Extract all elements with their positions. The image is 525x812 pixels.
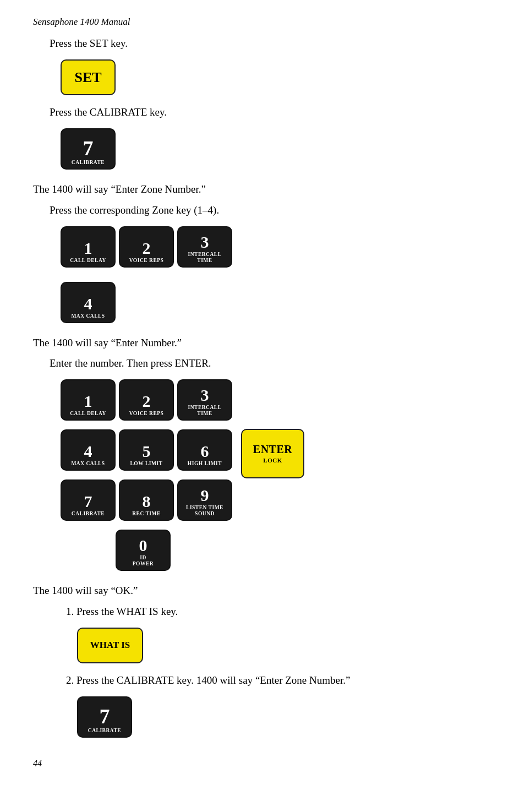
step-3-text: Press the corresponding Zone key (1–4). bbox=[50, 204, 492, 216]
calibrate-key-2: 7 CALIBRATE bbox=[77, 696, 132, 738]
numpad-key-0-num: 0 bbox=[139, 537, 147, 554]
numpad-key-0: 0 ID POWER bbox=[116, 530, 171, 571]
numpad-key-9: 9 LISTEN TIME SOUND bbox=[177, 479, 232, 521]
substep-2-text: 2. Press the CALIBRATE key. 1400 will sa… bbox=[66, 674, 492, 686]
numpad-key-8-num: 8 bbox=[143, 493, 151, 510]
numpad-key-9-num: 9 bbox=[201, 487, 209, 504]
step-2-text: Press the CALIBRATE key. bbox=[50, 106, 492, 118]
key-1-label: CALL DELAY bbox=[70, 258, 106, 264]
numpad-key-4-num: 4 bbox=[84, 443, 92, 460]
numpad-key-2-label: VOICE REPS bbox=[129, 411, 164, 417]
lock-label: LOCK bbox=[263, 457, 282, 464]
numpad-key-3-num: 3 bbox=[201, 387, 209, 404]
numpad-key-6-num: 6 bbox=[201, 443, 209, 460]
set-key-group: SET bbox=[61, 55, 492, 100]
whatis-key-group: WHAT IS bbox=[77, 623, 492, 668]
calibrate-key-1: 7 CALIBRATE bbox=[61, 128, 116, 170]
numpad-key-2: 2 VOICE REPS bbox=[119, 379, 174, 421]
key-3-intercall-time: 3 INTERCALL TIME bbox=[177, 226, 232, 268]
set-key-label: SET bbox=[74, 69, 101, 86]
substep-1-text: 1. Press the WHAT IS key. bbox=[66, 606, 492, 618]
numpad-key-3: 3 INTERCALL TIME bbox=[177, 379, 232, 421]
numpad-key-8: 8 REC TIME bbox=[119, 479, 174, 521]
calibrate-num-2: 7 bbox=[100, 706, 110, 727]
numpad-key-7-num: 7 bbox=[84, 493, 92, 510]
key-1-num: 1 bbox=[84, 240, 92, 257]
key-4-max-calls: 4 MAX CALLS bbox=[61, 282, 116, 323]
numpad-key-0-label: ID POWER bbox=[133, 555, 154, 567]
numpad-key-3-label: INTERCALL TIME bbox=[181, 405, 228, 417]
numpad-row-4: 0 ID POWER bbox=[61, 525, 236, 575]
calibrate-label-2: CALIBRATE bbox=[88, 728, 121, 734]
para-1: The 1400 will say “Enter Zone Number.” bbox=[33, 182, 492, 198]
numpad-key-5: 5 LOW LIMIT bbox=[119, 429, 174, 471]
key-2-voice-reps: 2 VOICE REPS bbox=[119, 226, 174, 268]
key-4-label: MAX CALLS bbox=[71, 313, 105, 319]
para-3: The 1400 will say “OK.” bbox=[33, 583, 492, 599]
step-4-text: Enter the number. Then press ENTER. bbox=[50, 357, 492, 369]
key-2-label: VOICE REPS bbox=[129, 258, 164, 264]
whatis-key-label: WHAT IS bbox=[90, 640, 130, 651]
numpad-key-1: 1 CALL DELAY bbox=[61, 379, 116, 421]
numpad-key-5-num: 5 bbox=[143, 443, 151, 460]
key-4-num: 4 bbox=[84, 296, 92, 312]
numpad-key-2-num: 2 bbox=[143, 393, 151, 410]
numpad-key-5-label: LOW LIMIT bbox=[130, 461, 163, 467]
zone-key-group: 1 CALL DELAY 2 VOICE REPS 3 INTERCALL TI… bbox=[61, 222, 492, 272]
key-3-num: 3 bbox=[201, 234, 209, 250]
whatis-key-button: WHAT IS bbox=[77, 628, 143, 663]
page-number: 44 bbox=[33, 759, 492, 769]
numpad-key-6: 6 HIGH LIMIT bbox=[177, 429, 232, 471]
numpad-key-1-num: 1 bbox=[84, 393, 92, 410]
key-3-label: INTERCALL TIME bbox=[181, 252, 228, 264]
para-2: The 1400 will say “Enter Number.” bbox=[33, 335, 492, 351]
zone-key-group-2: 4 MAX CALLS bbox=[61, 277, 492, 328]
numpad-key-6-label: HIGH LIMIT bbox=[188, 461, 222, 467]
numpad-group: 1 CALL DELAY 2 VOICE REPS 3 INTERCALL TI… bbox=[61, 375, 236, 575]
numpad-row-2: 4 MAX CALLS 5 LOW LIMIT 6 HIGH LIMIT bbox=[61, 425, 236, 475]
set-key-button: SET bbox=[61, 59, 116, 95]
numpad-key-4-label: MAX CALLS bbox=[71, 461, 105, 467]
key-1-call-delay: 1 CALL DELAY bbox=[61, 226, 116, 268]
numpad-key-1-label: CALL DELAY bbox=[70, 411, 106, 417]
numpad-row-1: 1 CALL DELAY 2 VOICE REPS 3 INTERCALL TI… bbox=[61, 375, 236, 425]
numpad-key-4: 4 MAX CALLS bbox=[61, 429, 116, 471]
enter-key-group: ENTER LOCK bbox=[241, 424, 308, 483]
calibrate-label-1: CALIBRATE bbox=[72, 160, 105, 166]
numpad-key-9-label: LISTEN TIME SOUND bbox=[186, 505, 223, 517]
numpad-row-3: 7 CALIBRATE 8 REC TIME 9 LISTEN TIME SOU… bbox=[61, 475, 236, 525]
key-2-num: 2 bbox=[143, 240, 151, 257]
enter-key-button: ENTER LOCK bbox=[241, 429, 304, 478]
calibrate-num-1: 7 bbox=[83, 138, 94, 159]
numpad-enter-group: 1 CALL DELAY 2 VOICE REPS 3 INTERCALL TI… bbox=[61, 375, 492, 575]
numpad-key-7-label: CALIBRATE bbox=[72, 511, 105, 517]
numpad-key-8-label: REC TIME bbox=[132, 511, 161, 517]
enter-key-label: ENTER bbox=[253, 443, 292, 456]
numpad-key-7: 7 CALIBRATE bbox=[61, 479, 116, 521]
manual-title: Sensaphone 1400 Manual bbox=[33, 17, 492, 28]
calibrate-key-group-1: 7 CALIBRATE bbox=[61, 124, 492, 174]
calibrate-key-group-2: 7 CALIBRATE bbox=[77, 692, 492, 742]
step-1-text: Press the SET key. bbox=[50, 37, 492, 50]
